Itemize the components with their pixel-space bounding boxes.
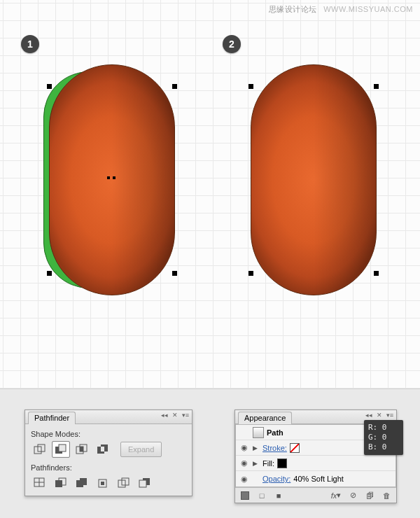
shape-step-2[interactable]	[251, 64, 377, 295]
clear-appearance-icon[interactable]: ⊘	[346, 489, 360, 502]
disclosure-triangle-icon[interactable]: ▶	[253, 460, 260, 467]
rgb-g: G: 0	[368, 433, 399, 442]
svg-rect-3	[59, 444, 66, 451]
svg-rect-22	[139, 480, 146, 487]
panel-menu-icon[interactable]: ▾≡	[181, 412, 190, 419]
rgb-tooltip: R: 0 G: 0 B: 0	[364, 420, 403, 455]
svg-rect-18	[101, 482, 104, 485]
anchor-point[interactable]	[172, 84, 177, 89]
panel-tabbar: Pathfinder ◂◂ ✕ ▾≡	[25, 410, 192, 424]
add-stroke-icon[interactable]: □	[255, 489, 269, 502]
opacity-value: 40% Soft Light	[293, 475, 344, 483]
anchor-point[interactable]	[248, 271, 253, 276]
disclosure-triangle-icon[interactable]: ▶	[253, 444, 260, 451]
anchor-point[interactable]	[248, 84, 253, 89]
pathfinder-panel: Pathfinder ◂◂ ✕ ▾≡ Shape Modes: Expand P…	[24, 410, 192, 496]
trim-button[interactable]	[52, 475, 70, 491]
orange-capsule	[251, 64, 377, 295]
svg-rect-9	[101, 447, 104, 451]
fill-label: Fill:	[262, 459, 274, 468]
rgb-b: B: 0	[368, 442, 399, 452]
add-fill-icon[interactable]: ■	[272, 489, 286, 502]
outline-button[interactable]	[115, 475, 133, 491]
watermark: 思缘设计论坛 WWW.MISSYUAN.COM	[269, 4, 413, 15]
anchor-point[interactable]	[47, 84, 52, 89]
watermark-url: WWW.MISSYUAN.COM	[323, 5, 413, 13]
stroke-label[interactable]: Stroke:	[262, 444, 287, 452]
appearance-footer: □ ■ fx▾ ⊘ 🗐 🗑	[235, 487, 396, 503]
capsule-shade	[314, 65, 376, 295]
visibility-eye-icon[interactable]: ◉	[239, 475, 250, 484]
step-badge-2: 2	[223, 35, 241, 53]
panel-close-icon[interactable]: ✕	[375, 412, 384, 419]
orange-capsule	[49, 64, 175, 295]
unite-button[interactable]	[31, 441, 49, 458]
pathfinder-tab[interactable]: Pathfinder	[28, 412, 76, 424]
shape-step-1[interactable]	[49, 64, 175, 295]
delete-item-icon[interactable]: 🗑	[379, 489, 393, 502]
duplicate-item-icon[interactable]: 🗐	[363, 489, 377, 502]
anchor-point[interactable]	[172, 271, 177, 276]
intersect-button[interactable]	[73, 441, 91, 458]
rgb-r: R: 0	[368, 423, 399, 433]
step-badge-1: 1	[21, 35, 39, 53]
divide-button[interactable]	[31, 475, 49, 491]
visibility-eye-icon[interactable]: ◉	[239, 443, 250, 452]
anchor-point[interactable]	[374, 271, 379, 276]
center-point[interactable]	[113, 176, 115, 179]
panel-menu-icon[interactable]: ▾≡	[385, 412, 395, 419]
merge-button[interactable]	[73, 475, 91, 491]
crop-button[interactable]	[94, 475, 112, 491]
add-effect-icon[interactable]: fx▾	[329, 489, 343, 502]
stroke-swatch[interactable]	[290, 443, 300, 453]
path-label: Path	[267, 428, 284, 437]
appearance-fill-row[interactable]: ◉ ▶ Fill:	[236, 456, 396, 471]
anchor-point[interactable]	[47, 271, 52, 276]
appearance-tab[interactable]: Appearance	[238, 412, 292, 424]
pathfinders-row	[31, 475, 186, 491]
opacity-label[interactable]: Opacity:	[262, 475, 290, 483]
panel-collapse-icon[interactable]: ◂◂	[364, 412, 374, 419]
shape-modes-label: Shape Modes:	[31, 430, 186, 438]
minus-back-button[interactable]	[136, 475, 154, 491]
watermark-cn: 思缘设计论坛	[269, 5, 317, 13]
visibility-eye-icon[interactable]: ◉	[239, 458, 250, 468]
minus-front-button[interactable]	[52, 441, 70, 458]
path-thumb-icon	[253, 427, 264, 438]
new-art-toggle-icon[interactable]	[238, 489, 252, 502]
fill-swatch[interactable]	[277, 458, 287, 468]
svg-rect-6	[80, 447, 83, 451]
pathfinders-label: Pathfinders:	[31, 463, 186, 472]
canvas: 思缘设计论坛 WWW.MISSYUAN.COM 1 2	[0, 0, 420, 388]
anchor-point[interactable]	[374, 84, 379, 89]
center-point[interactable]	[107, 176, 110, 179]
capsule-shade	[112, 65, 174, 295]
exclude-button[interactable]	[94, 441, 112, 458]
svg-rect-16	[80, 478, 87, 485]
panel-collapse-icon[interactable]: ◂◂	[160, 412, 169, 419]
appearance-opacity-row[interactable]: ◉ Opacity: 40% Soft Light	[236, 471, 396, 486]
shape-modes-row: Expand	[31, 441, 186, 458]
expand-button[interactable]: Expand	[120, 442, 162, 457]
panel-close-icon[interactable]: ✕	[171, 412, 179, 419]
